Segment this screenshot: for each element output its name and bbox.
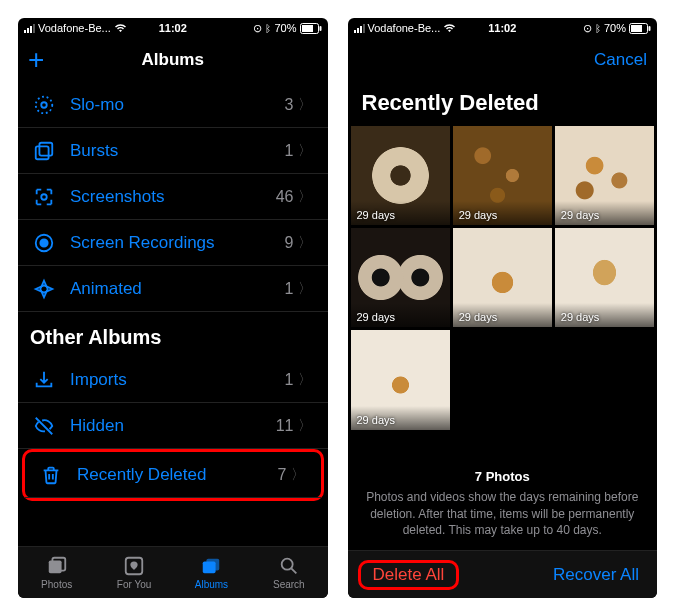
- days-label: 29 days: [357, 311, 396, 323]
- photo-thumbnail[interactable]: 29 days: [555, 126, 654, 225]
- delete-all-highlight: Delete All: [358, 560, 460, 590]
- days-label: 29 days: [357, 209, 396, 221]
- row-label: Screen Recordings: [58, 233, 285, 253]
- wifi-icon: [114, 23, 127, 33]
- tab-search[interactable]: Search: [250, 547, 327, 598]
- album-row-animated[interactable]: Animated1〉: [18, 266, 328, 312]
- svg-point-7: [41, 194, 47, 200]
- recover-all-button[interactable]: Recover All: [545, 559, 647, 591]
- row-label: Bursts: [58, 141, 285, 161]
- svg-rect-2: [319, 26, 321, 31]
- days-label: 29 days: [459, 311, 498, 323]
- photo-count: 7 Photos: [366, 468, 640, 486]
- album-list: Slo-mo3〉Bursts1〉Screenshots46〉Screen Rec…: [18, 82, 328, 546]
- svg-point-15: [281, 559, 292, 570]
- svg-rect-14: [207, 559, 220, 571]
- phone-recently-deleted: Vodafone-Be... 11:02 ⊙ ᛒ 70% Cancel Rece…: [348, 18, 658, 598]
- delete-all-button[interactable]: Delete All: [365, 559, 453, 590]
- row-label: Animated: [58, 279, 285, 299]
- nav-title: Albums: [18, 50, 328, 70]
- svg-point-3: [41, 102, 47, 108]
- row-count: 1: [285, 371, 294, 389]
- chevron-right-icon: 〉: [298, 188, 312, 206]
- days-label: 29 days: [357, 414, 396, 426]
- signal-icon: [24, 24, 35, 33]
- highlight-recently-deleted: Recently Deleted7〉: [22, 449, 324, 501]
- status-bar: Vodafone-Be... 11:02 ⊙ ᛒ 70%: [348, 18, 658, 38]
- tab-label: Photos: [41, 579, 72, 590]
- days-label: 29 days: [561, 311, 600, 323]
- album-row-screenshots[interactable]: Screenshots46〉: [18, 174, 328, 220]
- chevron-right-icon: 〉: [298, 417, 312, 435]
- imports-icon: [30, 369, 58, 391]
- battery-icon: [629, 23, 651, 34]
- album-row-recently-deleted[interactable]: Recently Deleted7〉: [25, 452, 321, 498]
- info-text: Photos and videos show the days remainin…: [366, 489, 640, 538]
- svg-rect-6: [39, 142, 52, 155]
- tab-bar: PhotosFor YouAlbumsSearch: [18, 546, 328, 598]
- row-count: 1: [285, 142, 294, 160]
- chevron-right-icon: 〉: [298, 96, 312, 114]
- tab-photos[interactable]: Photos: [18, 547, 95, 598]
- row-label: Slo-mo: [58, 95, 285, 115]
- row-label: Imports: [58, 370, 285, 390]
- album-row-hidden[interactable]: Hidden11〉: [18, 403, 328, 449]
- tab-label: Albums: [195, 579, 228, 590]
- tab-for-you[interactable]: For You: [95, 547, 172, 598]
- row-count: 7: [278, 466, 287, 484]
- album-row-screen-recordings[interactable]: Screen Recordings9〉: [18, 220, 328, 266]
- battery-percent: 70%: [274, 22, 296, 34]
- add-button[interactable]: +: [28, 44, 44, 76]
- nav-bar: Cancel: [348, 38, 658, 82]
- row-label: Hidden: [58, 416, 276, 436]
- tab-albums[interactable]: Albums: [173, 547, 250, 598]
- bluetooth-icon: ᛒ: [265, 23, 271, 34]
- chevron-right-icon: 〉: [298, 142, 312, 160]
- svg-rect-5: [36, 146, 49, 159]
- photo-thumbnail[interactable]: 29 days: [453, 228, 552, 327]
- nav-bar: + Albums: [18, 38, 328, 82]
- trash-icon: [37, 464, 65, 486]
- photo-grid: 29 days29 days29 days29 days29 days29 da…: [348, 126, 658, 430]
- svg-rect-19: [649, 26, 651, 31]
- svg-rect-1: [302, 25, 313, 32]
- photo-thumbnail[interactable]: 29 days: [555, 228, 654, 327]
- photo-thumbnail[interactable]: 29 days: [453, 126, 552, 225]
- tab-label: For You: [117, 579, 151, 590]
- hidden-icon: [30, 415, 58, 437]
- chevron-right-icon: 〉: [298, 234, 312, 252]
- recordings-icon: [30, 232, 58, 254]
- row-count: 1: [285, 280, 294, 298]
- photo-thumbnail[interactable]: 29 days: [351, 126, 450, 225]
- photo-thumbnail[interactable]: 29 days: [351, 228, 450, 327]
- battery-percent: 70%: [604, 22, 626, 34]
- animated-icon: [30, 278, 58, 300]
- slomo-icon: [30, 94, 58, 116]
- screenshots-icon: [30, 186, 58, 208]
- clock: 11:02: [159, 22, 187, 34]
- alarm-icon: ⊙: [253, 22, 262, 35]
- row-count: 9: [285, 234, 294, 252]
- photo-thumbnail[interactable]: 29 days: [351, 330, 450, 429]
- chevron-right-icon: 〉: [298, 280, 312, 298]
- battery-icon: [300, 23, 322, 34]
- status-bar: Vodafone-Be... 11:02 ⊙ ᛒ 70%: [18, 18, 328, 38]
- info-block: 7 Photos Photos and videos show the days…: [348, 456, 658, 550]
- days-label: 29 days: [459, 209, 498, 221]
- album-row-slo-mo[interactable]: Slo-mo3〉: [18, 82, 328, 128]
- toolbar: Delete All Recover All: [348, 550, 658, 598]
- chevron-right-icon: 〉: [298, 371, 312, 389]
- alarm-icon: ⊙: [583, 22, 592, 35]
- chevron-right-icon: 〉: [291, 466, 305, 484]
- album-row-imports[interactable]: Imports1〉: [18, 357, 328, 403]
- wifi-icon: [443, 23, 456, 33]
- row-label: Recently Deleted: [65, 465, 278, 485]
- svg-rect-18: [631, 25, 642, 32]
- signal-icon: [354, 24, 365, 33]
- cancel-button[interactable]: Cancel: [594, 50, 647, 70]
- carrier-label: Vodafone-Be...: [368, 22, 441, 34]
- page-title: Recently Deleted: [348, 82, 658, 126]
- album-row-bursts[interactable]: Bursts1〉: [18, 128, 328, 174]
- bursts-icon: [30, 140, 58, 162]
- bluetooth-icon: ᛒ: [595, 23, 601, 34]
